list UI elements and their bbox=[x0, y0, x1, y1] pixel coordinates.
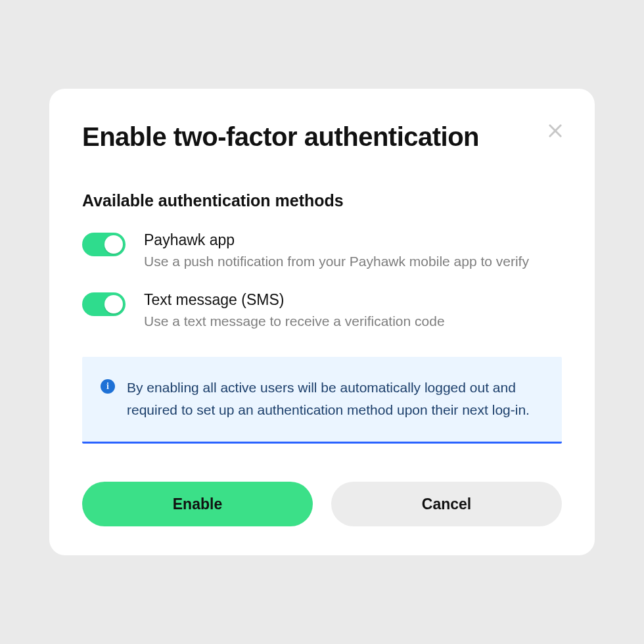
dialog-header: Enable two-factor authentication bbox=[82, 122, 562, 152]
auth-method-title: Payhawk app bbox=[144, 231, 562, 249]
toggle-knob bbox=[104, 235, 123, 254]
auth-method-title: Text message (SMS) bbox=[144, 291, 562, 309]
auth-method-description: Use a push notification from your Payhaw… bbox=[144, 252, 562, 271]
cancel-button[interactable]: Cancel bbox=[331, 482, 562, 526]
toggle-knob bbox=[104, 295, 123, 313]
dialog-title: Enable two-factor authentication bbox=[82, 122, 479, 152]
sms-toggle[interactable] bbox=[82, 292, 126, 316]
auth-method-row: Text message (SMS) Use a text message to… bbox=[82, 291, 562, 331]
auth-method-description: Use a text message to receive a verifica… bbox=[144, 311, 562, 331]
close-icon bbox=[546, 122, 564, 140]
close-button[interactable] bbox=[543, 119, 567, 143]
info-icon: i bbox=[101, 379, 115, 394]
auth-method-text: Payhawk app Use a push notification from… bbox=[144, 231, 562, 271]
two-factor-dialog: Enable two-factor authentication Availab… bbox=[49, 89, 595, 555]
info-banner: i By enabling all active users will be a… bbox=[82, 357, 562, 444]
auth-method-text: Text message (SMS) Use a text message to… bbox=[144, 291, 562, 331]
info-banner-text: By enabling all active users will be aut… bbox=[127, 377, 542, 422]
auth-method-row: Payhawk app Use a push notification from… bbox=[82, 231, 562, 271]
button-row: Enable Cancel bbox=[82, 482, 562, 526]
enable-button[interactable]: Enable bbox=[82, 482, 313, 526]
section-heading: Available authentication methods bbox=[82, 191, 562, 210]
payhawk-app-toggle[interactable] bbox=[82, 233, 126, 256]
